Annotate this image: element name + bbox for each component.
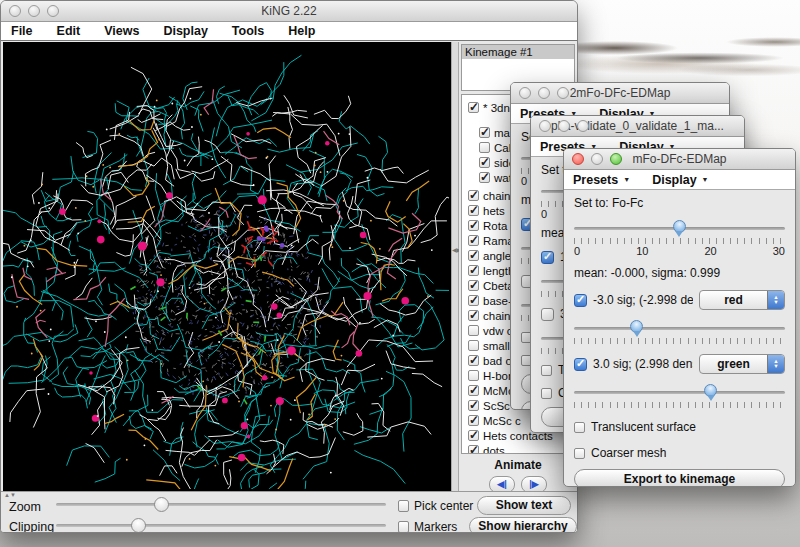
close-icon[interactable] xyxy=(519,87,531,99)
level-slider[interactable] xyxy=(574,222,785,236)
display-menu[interactable]: Display▼ xyxy=(652,173,708,187)
slider-ticks xyxy=(574,402,785,408)
kinemage-canvas[interactable] xyxy=(3,42,451,491)
contour-checkbox[interactable] xyxy=(541,251,554,264)
clipping-slider-thumb[interactable] xyxy=(131,518,146,533)
animate-label: Animate xyxy=(461,458,575,472)
export-to-kinemage-button[interactable]: Export to kinemage xyxy=(574,469,785,487)
map-window-menubar: Presets▼ Display▼ xyxy=(564,170,795,190)
menu-help[interactable]: Help xyxy=(288,24,315,38)
presets-menu[interactable]: Presets▼ xyxy=(573,173,630,187)
checkbox-icon[interactable] xyxy=(468,265,479,276)
contour-checkbox[interactable] xyxy=(541,308,554,321)
checkbox-icon[interactable] xyxy=(574,422,585,433)
checkbox-icon[interactable] xyxy=(468,340,479,351)
zoom-slider-thumb[interactable] xyxy=(154,497,169,512)
contour-row-negative: -3.0 sig; (-2.998 dens) red ▲▼ xyxy=(574,290,785,310)
contour-checkbox[interactable] xyxy=(574,294,587,307)
slider-tick-labels: 0 10 20 30 xyxy=(574,245,785,257)
checkbox-icon[interactable] xyxy=(541,388,552,399)
checkbox-icon[interactable] xyxy=(468,235,479,246)
clipping-slider[interactable] xyxy=(56,518,386,532)
tree-item-label: dots xyxy=(483,445,505,455)
color-dropdown[interactable]: green ▲▼ xyxy=(699,354,785,374)
zoom-icon[interactable] xyxy=(610,153,622,165)
close-icon[interactable] xyxy=(539,120,551,132)
clipping-label: Clipping xyxy=(9,520,54,533)
map-window-title-bar[interactable]: 2mFo-DFc-EDMap xyxy=(511,83,729,104)
main-title-bar[interactable]: KiNG 2.22 xyxy=(1,1,577,22)
contour-slider-negative[interactable] xyxy=(574,322,785,336)
pick-center-checkbox[interactable]: Pick center xyxy=(398,499,473,513)
map-window-title-bar[interactable]: mFo-DFc-EDMap xyxy=(564,149,795,170)
checkbox-icon[interactable] xyxy=(479,157,490,168)
checkbox-icon[interactable] xyxy=(468,385,479,396)
zoom-icon[interactable] xyxy=(47,5,59,17)
color-dropdown[interactable]: red ▲▼ xyxy=(699,290,785,310)
checkbox-icon[interactable] xyxy=(468,370,479,381)
checkbox-icon[interactable] xyxy=(468,205,479,216)
slider-ticks xyxy=(574,338,785,344)
checkbox-icon[interactable] xyxy=(468,310,479,321)
checkbox-icon[interactable] xyxy=(468,400,479,411)
checkbox-icon[interactable] xyxy=(468,220,479,231)
tree-item[interactable]: dots xyxy=(462,443,574,454)
checkbox-icon[interactable] xyxy=(398,500,409,512)
animate-section: Animate ◀| |▶ xyxy=(461,458,575,493)
checkbox-icon[interactable] xyxy=(398,521,409,533)
zoom-icon[interactable] xyxy=(557,87,569,99)
divider-collapse-icon[interactable]: ▲▼ xyxy=(4,492,16,498)
close-icon[interactable] xyxy=(572,153,584,165)
minimize-icon[interactable] xyxy=(28,5,40,17)
bottom-bar: ▲▼ Zoom Pick center Show text Clipping M… xyxy=(1,491,577,533)
checkbox-icon[interactable] xyxy=(479,172,490,183)
checkbox-icon[interactable] xyxy=(468,295,479,306)
zoom-slider[interactable] xyxy=(56,497,386,511)
checkbox-icon[interactable] xyxy=(574,448,585,459)
menu-file[interactable]: File xyxy=(11,24,33,38)
checkbox-icon[interactable] xyxy=(479,127,490,138)
checkbox-icon[interactable] xyxy=(468,102,479,113)
mean-sigma-label: mean: -0.000, sigma: 0.999 xyxy=(574,266,785,280)
level-slider-thumb[interactable] xyxy=(673,220,686,233)
set-to-label: Set to: Fo-Fc xyxy=(574,196,785,210)
checkbox-icon[interactable] xyxy=(468,190,479,201)
checkbox-icon[interactable] xyxy=(468,325,479,336)
menu-tools[interactable]: Tools xyxy=(232,24,264,38)
close-icon[interactable] xyxy=(9,5,21,17)
checkbox-icon[interactable] xyxy=(468,355,479,366)
dropdown-stepper-icon[interactable]: ▲▼ xyxy=(767,355,784,373)
checkbox-icon[interactable] xyxy=(479,142,490,153)
markers-checkbox[interactable]: Markers xyxy=(398,520,457,533)
zoom-icon[interactable] xyxy=(577,120,589,132)
window-title: KiNG 2.22 xyxy=(1,4,577,18)
contour-slider-thumb[interactable] xyxy=(704,384,717,397)
coarser-mesh-checkbox[interactable]: Coarser mesh xyxy=(574,446,785,460)
minimize-icon[interactable] xyxy=(591,153,603,165)
menu-display[interactable]: Display xyxy=(163,24,207,38)
map-window-title-bar[interactable]: pka-validate_0_validate_1_ma... xyxy=(531,116,744,137)
menu-bar: File Edit Views Display Tools Help xyxy=(1,22,577,41)
checkbox-icon[interactable] xyxy=(468,445,479,454)
tree-item-label: hets xyxy=(483,205,505,217)
splitpane-divider-vertical[interactable]: ◀▶ xyxy=(451,42,459,491)
minimize-icon[interactable] xyxy=(558,120,570,132)
dropdown-stepper-icon[interactable]: ▲▼ xyxy=(767,291,784,309)
menu-views[interactable]: Views xyxy=(104,24,139,38)
minimize-icon[interactable] xyxy=(538,87,550,99)
kinemage-list-item[interactable]: Kinemage #1 xyxy=(462,45,574,59)
contour-slider-positive[interactable] xyxy=(574,386,785,400)
chevron-down-icon: ▼ xyxy=(702,176,709,183)
contour-slider-thumb[interactable] xyxy=(630,320,643,333)
checkbox-icon[interactable] xyxy=(468,430,479,441)
show-text-button[interactable]: Show text xyxy=(477,496,571,515)
checkbox-icon[interactable] xyxy=(468,280,479,291)
checkbox-icon[interactable] xyxy=(541,365,552,376)
checkbox-icon[interactable] xyxy=(468,250,479,261)
menu-edit[interactable]: Edit xyxy=(57,24,81,38)
checkbox-icon[interactable] xyxy=(468,415,479,426)
translucent-surface-checkbox[interactable]: Translucent surface xyxy=(574,420,785,434)
show-hierarchy-button[interactable]: Show hierarchy xyxy=(469,517,577,533)
king-main-window: KiNG 2.22 File Edit Views Display Tools … xyxy=(0,0,578,533)
contour-checkbox[interactable] xyxy=(574,358,587,371)
